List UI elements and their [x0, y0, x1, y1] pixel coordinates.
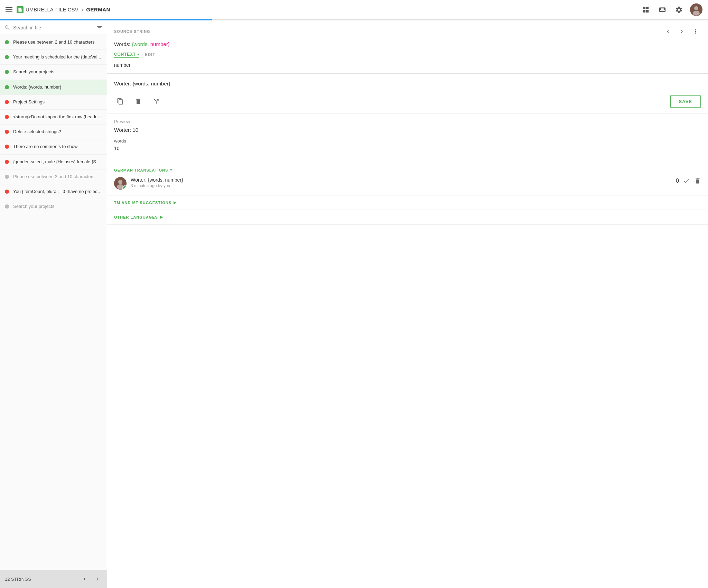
file-name: UMBRELLA-FILE.CSV — [26, 7, 78, 12]
copy-button[interactable] — [114, 95, 127, 108]
status-dot — [5, 85, 9, 89]
hamburger-icon[interactable] — [6, 7, 12, 12]
main-layout: Please use between 2 and 10 charactersYo… — [0, 20, 708, 588]
preview-section: Preview Wörter: 10 words — [107, 113, 708, 162]
source-string-label: SOURCE STRING — [114, 29, 150, 34]
status-dot — [5, 100, 9, 104]
next-nav-button[interactable] — [676, 26, 687, 37]
entry-content: Wörter: {words, number} 3 minutes ago by… — [131, 177, 672, 188]
sidebar-item[interactable]: Delete selected strings? — [0, 125, 107, 139]
translation-section: SAVE — [107, 74, 708, 113]
sidebar-item[interactable]: Search your projects — [0, 199, 107, 214]
item-text: Please use between 2 and 10 characters — [13, 39, 95, 45]
status-dot — [5, 55, 9, 59]
settings-icon-button[interactable] — [673, 4, 684, 15]
search-input[interactable] — [13, 25, 96, 30]
edit-tab[interactable]: EDIT — [145, 52, 156, 58]
sidebar: Please use between 2 and 10 charactersYo… — [0, 20, 107, 588]
delete-button[interactable] — [132, 95, 145, 108]
german-translations-toggle[interactable]: GERMAN TRANSLATIONS ▾ — [114, 168, 701, 172]
svg-point-2 — [693, 11, 700, 16]
other-languages-arrow: ▶ — [160, 215, 163, 219]
translation-entry: Wörter: {words, number} 3 minutes ago by… — [114, 177, 701, 190]
tm-mt-label: TM AND MT SUGGESTIONS — [114, 201, 171, 205]
item-text: {gender, select, male {He uses} female {… — [13, 159, 102, 165]
keyboard-icon-button[interactable] — [657, 4, 668, 15]
source-text-prefix: Words: — [114, 41, 132, 47]
delete-translation-button[interactable] — [694, 177, 701, 184]
sidebar-nav-arrows — [80, 574, 102, 584]
entry-avatar — [114, 177, 127, 190]
translation-input[interactable] — [114, 79, 701, 88]
status-dot — [5, 190, 9, 194]
source-text: Words: {words, number} — [114, 41, 701, 47]
german-translations-label: GERMAN TRANSLATIONS — [114, 168, 168, 172]
item-text: Your meeting is scheduled for the {dateV… — [13, 54, 101, 60]
approve-translation-button[interactable] — [683, 177, 690, 184]
preview-value: Wörter: 10 — [114, 127, 701, 133]
context-tab[interactable]: CONTEXT ▾ — [114, 52, 139, 58]
item-text: Delete selected strings? — [13, 129, 61, 135]
status-dot — [5, 40, 9, 44]
more-options-button[interactable] — [690, 26, 701, 37]
prev-string-button[interactable] — [80, 574, 90, 584]
file-icon — [17, 6, 24, 13]
tm-mt-section: TM AND MT SUGGESTIONS ▶ — [107, 195, 708, 210]
other-languages-section: OTHER LANGUAGES ▶ — [107, 210, 708, 224]
status-dot — [5, 204, 9, 209]
tm-mt-toggle[interactable]: TM AND MT SUGGESTIONS ▶ — [114, 200, 701, 205]
source-var2: number} — [150, 41, 170, 47]
layout-icon-button[interactable] — [640, 4, 651, 15]
sidebar-search-bar — [0, 20, 107, 35]
breadcrumb-file[interactable]: UMBRELLA-FILE.CSV — [17, 6, 78, 13]
translation-action-icons — [114, 95, 162, 108]
breadcrumb: UMBRELLA-FILE.CSV › GERMAN — [17, 6, 110, 13]
item-text: There are no comments to show. — [13, 144, 78, 150]
item-text: <strong>Do not import the first row (hea… — [13, 114, 101, 120]
status-dot — [5, 115, 9, 119]
filter-icon[interactable] — [96, 24, 103, 31]
preview-label: Preview — [114, 119, 701, 124]
entry-avatar-badge — [122, 185, 127, 190]
split-button[interactable] — [150, 95, 162, 108]
sidebar-item[interactable]: You {itemCount, plural, =0 {have no proj… — [0, 184, 107, 199]
german-translations-arrow: ▾ — [170, 168, 172, 172]
sidebar-item[interactable]: {gender, select, male {He uses} female {… — [0, 155, 107, 169]
entry-actions: 0 — [676, 177, 701, 184]
save-button[interactable]: SAVE — [670, 95, 701, 108]
sidebar-item[interactable]: <strong>Do not import the first row (hea… — [0, 110, 107, 125]
other-languages-label: OTHER LANGUAGES — [114, 215, 158, 219]
german-translations-section: GERMAN TRANSLATIONS ▾ Wörter: {words, nu… — [107, 162, 708, 195]
status-dot — [5, 175, 9, 179]
search-icon — [4, 25, 10, 31]
user-avatar[interactable] — [690, 3, 702, 16]
entry-text: Wörter: {words, number} — [131, 177, 672, 183]
other-languages-toggle[interactable]: OTHER LANGUAGES ▶ — [114, 215, 701, 219]
sidebar-item[interactable]: Please use between 2 and 10 characters — [0, 35, 107, 50]
status-dot — [5, 145, 9, 149]
context-value: number — [114, 62, 701, 68]
item-text: Project Settings — [13, 99, 45, 105]
svg-point-1 — [694, 6, 698, 10]
item-text: Search your projects — [13, 69, 54, 75]
sidebar-item[interactable]: Please use between 2 and 10 characters — [0, 169, 107, 184]
topbar-right — [640, 3, 702, 16]
variable-name: words — [114, 138, 701, 144]
topbar: UMBRELLA-FILE.CSV › GERMAN — [0, 0, 708, 19]
variable-input[interactable] — [114, 145, 183, 152]
source-string-section: SOURCE STRING Words: {words, number} — [107, 20, 708, 74]
source-string-nav — [662, 26, 701, 37]
topbar-left: UMBRELLA-FILE.CSV › GERMAN — [6, 6, 640, 13]
sidebar-item[interactable]: Your meeting is scheduled for the {dateV… — [0, 50, 107, 65]
next-string-button[interactable] — [92, 574, 102, 584]
tm-mt-arrow: ▶ — [174, 200, 176, 205]
item-text: Search your projects — [13, 203, 54, 210]
source-string-header: SOURCE STRING — [114, 26, 701, 37]
status-dot — [5, 70, 9, 74]
sidebar-item[interactable]: Search your projects — [0, 65, 107, 80]
prev-nav-button[interactable] — [662, 26, 673, 37]
sidebar-item[interactable]: Project Settings — [0, 95, 107, 110]
context-tab-arrow: ▾ — [137, 53, 139, 56]
sidebar-item[interactable]: There are no comments to show. — [0, 139, 107, 154]
sidebar-item[interactable]: Words: {words, number} — [0, 80, 107, 95]
